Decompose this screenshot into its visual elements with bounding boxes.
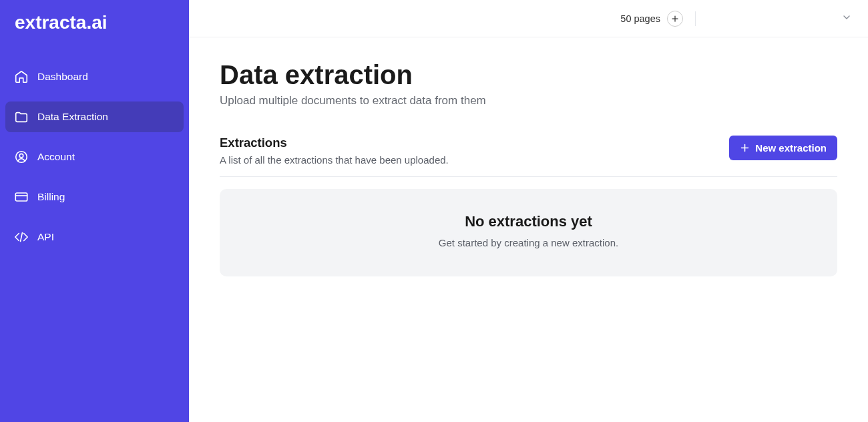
- empty-state-subtitle: Get started by creating a new extraction…: [233, 237, 824, 248]
- sidebar-item-label: Account: [37, 151, 75, 163]
- brand-logo: extracta.ai: [0, 12, 189, 33]
- svg-point-0: [16, 152, 27, 163]
- section-title: Extractions: [220, 136, 449, 150]
- page-title: Data extraction: [220, 60, 837, 90]
- main-content: 50 pages Data extraction Upload multiple…: [189, 0, 868, 422]
- sidebar: extracta.ai Dashboard Data Extraction Ac…: [0, 0, 189, 422]
- plus-icon: [740, 143, 750, 153]
- credit-card-icon: [13, 189, 29, 205]
- new-extraction-button[interactable]: New extraction: [729, 136, 837, 160]
- sidebar-item-label: Billing: [37, 191, 65, 203]
- empty-state-title: No extractions yet: [233, 213, 824, 230]
- nav-list: Dashboard Data Extraction Account Billin…: [0, 61, 189, 252]
- chevron-down-icon: [841, 12, 852, 23]
- sidebar-item-billing[interactable]: Billing: [5, 182, 184, 212]
- topbar: 50 pages: [189, 0, 868, 37]
- add-pages-button[interactable]: [667, 11, 683, 27]
- home-icon: [13, 69, 29, 85]
- code-icon: [13, 229, 29, 245]
- new-extraction-label: New extraction: [755, 142, 827, 154]
- svg-rect-2: [15, 193, 27, 201]
- sidebar-item-account[interactable]: Account: [5, 142, 184, 172]
- user-menu-dropdown[interactable]: [841, 12, 852, 25]
- folder-icon: [13, 109, 29, 125]
- sidebar-item-data-extraction[interactable]: Data Extraction: [5, 101, 184, 132]
- plus-icon: [671, 15, 679, 23]
- user-icon: [13, 149, 29, 165]
- section-header: Extractions A list of all the extraction…: [220, 136, 837, 166]
- page-content: Data extraction Upload multiple document…: [189, 37, 868, 276]
- page-subtitle: Upload multiple documents to extract dat…: [220, 94, 837, 108]
- sidebar-item-dashboard[interactable]: Dashboard: [5, 61, 184, 92]
- svg-point-1: [19, 154, 23, 158]
- sidebar-item-label: API: [37, 231, 54, 243]
- svg-line-4: [21, 233, 23, 242]
- sidebar-item-label: Data Extraction: [37, 111, 108, 123]
- sidebar-item-label: Dashboard: [37, 71, 88, 83]
- pages-count-label: 50 pages: [620, 13, 660, 24]
- sidebar-item-api[interactable]: API: [5, 222, 184, 252]
- empty-state-panel: No extractions yet Get started by creati…: [220, 189, 837, 276]
- section-divider: [220, 176, 837, 177]
- topbar-divider: [695, 11, 696, 26]
- section-subtitle: A list of all the extractions that have …: [220, 154, 449, 166]
